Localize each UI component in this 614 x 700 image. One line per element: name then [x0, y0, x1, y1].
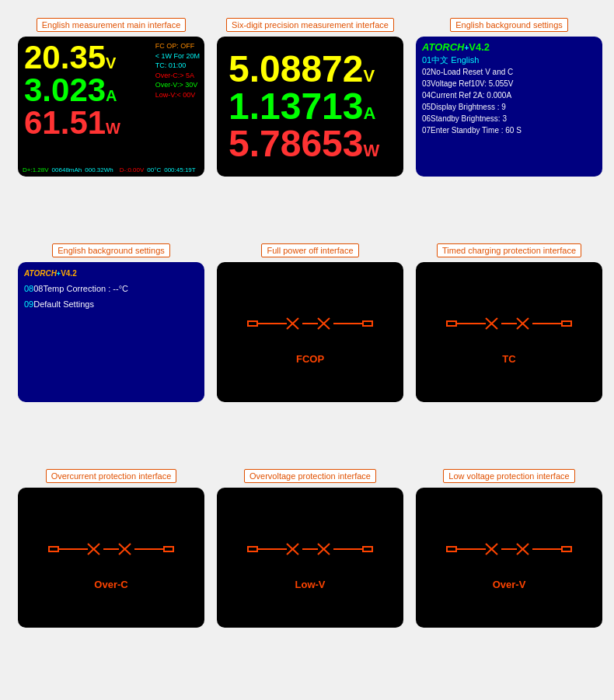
- svg-rect-35: [363, 547, 372, 551]
- circuit-low-v: Low-V: [240, 526, 380, 590]
- svg-rect-36: [447, 547, 456, 551]
- screen4-title: ATORCH+V4.2: [24, 267, 198, 278]
- svg-rect-8: [363, 321, 372, 326]
- screen3-line06: 06Standby Brightness: 3: [422, 113, 596, 124]
- screen3-version: V4.2: [469, 41, 490, 53]
- screen-low-voltage: Over-V: [416, 488, 602, 628]
- screen1-dneg: D-:0.00V: [120, 166, 145, 173]
- screen1-wh: 000.32Wh: [85, 166, 113, 173]
- screen3-line02: 02No-Load Reset V and C: [422, 66, 596, 78]
- label-overvoltage: Overvoltage protection interface: [244, 469, 376, 483]
- label-low-voltage: Low voltage protection interface: [443, 469, 574, 483]
- screen-overvoltage: Low-V: [217, 488, 403, 628]
- screen2-current: 1.13713A: [229, 88, 392, 125]
- cell-measurement-main: English measurement main interface FC OP…: [12, 12, 211, 237]
- label-overcurrent: Overcurrent protection interface: [46, 469, 177, 483]
- label-full-power-off: Full power off interface: [261, 243, 358, 257]
- screen2-power: 5.78653W: [229, 125, 392, 163]
- cell-low-voltage: Low voltage protection interface Over-V: [410, 463, 609, 688]
- screen3-line04: 04Current Ref 2A: 0.000A: [422, 89, 596, 101]
- cell-full-power-off: Full power off interface: [211, 237, 410, 463]
- screen3-brand: ATORCH: [422, 41, 464, 53]
- label-timed-charging: Timed charging protection interface: [437, 243, 581, 257]
- circuit-tc-svg: [439, 300, 579, 347]
- svg-rect-44: [562, 547, 571, 551]
- screen-overcurrent: Over-C: [18, 488, 204, 628]
- screen-measurement-main: FC OP: OFF < 1W For 20M TC: 01:00 Over-C…: [18, 37, 204, 177]
- main-grid: English measurement main interface FC OP…: [0, 0, 614, 700]
- screen4-version: V4.2: [61, 269, 77, 278]
- circuit-over-v-svg: [439, 526, 579, 572]
- screen-six-digit: 5.08872V 1.13713A 5.78653W: [217, 37, 403, 177]
- screen1-dpos: D+:1.28V: [23, 166, 49, 173]
- screen3-line01: 01中文 English: [422, 54, 479, 66]
- screen4-line09: 09Default Settings: [24, 297, 198, 313]
- screen-bg-settings-1: ATORCH+V4.2 01中文 English 02No-Load Reset…: [416, 37, 602, 177]
- screen-full-power-off: FCOP: [217, 262, 403, 402]
- screen1-right-info: FC OP: OFF < 1W For 20M TC: 01:00 Over-C…: [155, 41, 200, 100]
- cell-timed-charging: Timed charging protection interface TC: [410, 237, 609, 463]
- circuit-over-c-svg: [41, 526, 181, 572]
- screen1-mah: 00648mAh: [52, 166, 82, 173]
- screen1-low-v: Low-V:< 00V: [155, 90, 200, 100]
- screen1-tc: TC: 01:00: [155, 61, 200, 71]
- screen3-line05: 05Display Brightness : 9: [422, 101, 596, 113]
- screen3-line03: 03Voltage Ref10V: 5.055V: [422, 78, 596, 89]
- circuit-tc-label: TC: [502, 353, 515, 365]
- svg-rect-17: [562, 321, 571, 326]
- screen-timed-charging: TC: [416, 262, 602, 402]
- svg-rect-9: [447, 321, 456, 326]
- screen3-line07: 07Enter Standby Time : 60 S: [422, 124, 596, 136]
- circuit-over-c-label: Over-C: [94, 579, 127, 590]
- screen2-voltage: 5.08872V: [229, 51, 392, 88]
- screen1-fcop: FC OP: OFF: [155, 41, 200, 51]
- cell-six-digit: Six-digit precision measurement interfac…: [211, 12, 410, 237]
- circuit-over-v-label: Over-V: [493, 579, 526, 590]
- screen1-over-c: Over-C:> 5A: [155, 71, 200, 81]
- svg-rect-0: [248, 321, 257, 326]
- cell-overvoltage: Overvoltage protection interface Low-V: [211, 463, 410, 688]
- circuit-fcop-label: FCOP: [296, 353, 324, 365]
- circuit-over-v: Over-V: [439, 526, 579, 590]
- screen3-lang: 01中文 English: [422, 54, 596, 66]
- screen-bg-settings-2: ATORCH+V4.2 0808Temp Correction : --°C 0…: [18, 262, 204, 402]
- circuit-tc: TC: [439, 300, 579, 365]
- label-six-digit: Six-digit precision measurement interfac…: [226, 18, 394, 32]
- svg-rect-27: [248, 547, 257, 551]
- screen1-info1: < 1W For 20M: [155, 51, 200, 61]
- screen1-power: 61.51W: [24, 107, 198, 139]
- circuit-fcop: FCOP: [240, 300, 380, 365]
- circuit-low-v-label: Low-V: [295, 579, 326, 590]
- circuit-over-c: Over-C: [41, 526, 181, 590]
- cell-bg-settings-1: English background settings ATORCH+V4.2 …: [410, 12, 609, 237]
- cell-bg-settings-2: English background settings ATORCH+V4.2 …: [12, 237, 211, 463]
- screen1-time: 000:45:19T: [164, 166, 195, 173]
- svg-rect-18: [49, 547, 58, 551]
- cell-overcurrent: Overcurrent protection interface Over-C: [12, 463, 211, 688]
- circuit-fcop-svg: [240, 300, 380, 347]
- svg-rect-26: [164, 547, 173, 551]
- screen1-over-v: Over-V:> 30V: [155, 80, 200, 90]
- label-bg-settings-2: English background settings: [52, 243, 170, 257]
- screen3-title: ATORCH+V4.2: [422, 41, 596, 53]
- screen1-bottom: D+:1.28V 00648mAh 000.32Wh D-:0.00V 00°C…: [23, 166, 196, 173]
- screen1-temp: 00°C: [147, 166, 161, 173]
- circuit-low-v-svg: [240, 526, 380, 572]
- label-measurement-main: English measurement main interface: [37, 18, 187, 32]
- screen4-brand: ATORCH: [24, 269, 57, 278]
- label-bg-settings-1: English background settings: [450, 18, 568, 32]
- screen4-line08: 0808Temp Correction : --°C: [24, 282, 198, 297]
